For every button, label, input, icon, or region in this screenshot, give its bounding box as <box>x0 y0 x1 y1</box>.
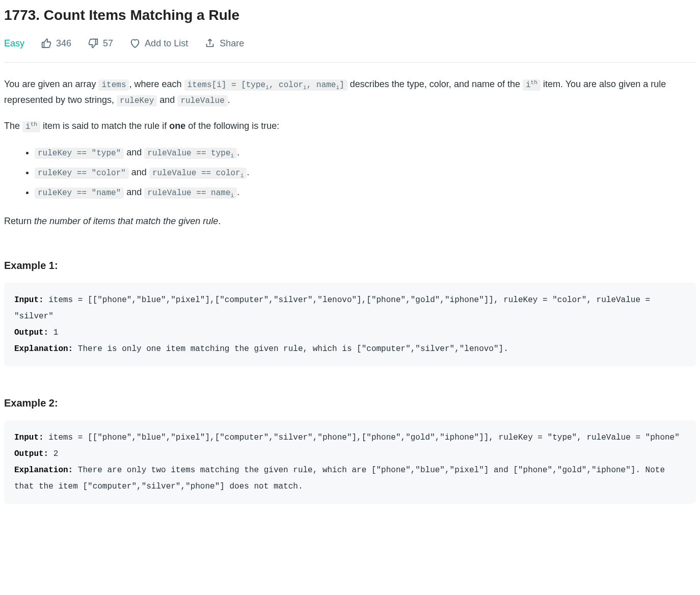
description-paragraph: You are given an array items, where each… <box>4 77 696 108</box>
code-inline: ruleValue == colori <box>149 168 247 179</box>
text: ruleValue == color <box>152 169 240 178</box>
text: i <box>25 122 31 131</box>
code-inline: items <box>98 79 129 91</box>
text: . <box>218 216 221 226</box>
example-input-text: items = [["phone","blue","pixel"],["comp… <box>44 433 680 442</box>
example-output-text: 1 <box>48 328 58 337</box>
example-heading: Example 1: <box>4 257 696 274</box>
superscript: th <box>531 79 537 85</box>
superscript: th <box>31 121 37 127</box>
subscript: i <box>303 85 307 91</box>
text: ruleValue == name <box>147 188 230 198</box>
text: The <box>4 121 22 131</box>
example-input-label: Input: <box>14 295 44 305</box>
share-label: Share <box>220 36 244 51</box>
example-block: Input: items = [["phone","blue","pixel"]… <box>4 420 696 504</box>
example-input-text: items = [["phone","blue","pixel"],["comp… <box>14 295 655 321</box>
dislike-button[interactable]: 57 <box>88 36 113 51</box>
share-button[interactable]: Share <box>204 36 244 51</box>
add-to-list-label: Add to List <box>145 36 188 51</box>
subscript: i <box>240 173 244 179</box>
text: items[i] = [type <box>187 80 266 90</box>
code-inline: ruleValue == typei <box>144 148 237 159</box>
meta-row: Easy 346 57 Add to List Share <box>4 36 696 63</box>
text: Return <box>4 216 34 226</box>
description-paragraph: The ith item is said to match the rule i… <box>4 119 696 134</box>
text: ] <box>339 80 344 90</box>
subscript: i <box>265 85 269 91</box>
text: describes the type, color, and name of t… <box>347 79 523 89</box>
text: ruleValue == type <box>147 149 230 158</box>
text: . <box>237 187 239 197</box>
share-icon <box>204 38 216 49</box>
example-output-label: Output: <box>14 328 48 337</box>
code-inline: ith <box>523 79 541 91</box>
text: and <box>124 187 144 197</box>
text: . <box>247 167 249 177</box>
rule-list: ruleKey == "type" and ruleValue == typei… <box>4 145 696 201</box>
text: , name <box>307 80 336 90</box>
list-item: ruleKey == "type" and ruleValue == typei… <box>35 145 696 161</box>
code-inline: items[i] = [typei, colori, namei] <box>184 79 347 91</box>
description-paragraph: Return the number of items that match th… <box>4 214 696 229</box>
thumbs-up-icon <box>41 38 52 49</box>
example-block: Input: items = [["phone","blue","pixel"]… <box>4 283 696 366</box>
subscript: i <box>231 193 234 199</box>
add-to-list-button[interactable]: Add to List <box>129 36 188 51</box>
example-explanation-label: Explanation: <box>14 344 73 354</box>
like-button[interactable]: 346 <box>41 36 71 51</box>
dislike-count: 57 <box>103 36 113 51</box>
italic-text: the number of items that match the given… <box>34 216 218 226</box>
text: , where each <box>129 79 184 89</box>
text: item is said to match the rule if <box>40 121 169 131</box>
code-inline: ruleKey <box>117 95 157 106</box>
code-inline: ruleValue == namei <box>144 187 237 199</box>
problem-description: You are given an array items, where each… <box>4 77 696 504</box>
code-inline: ruleValue <box>177 95 227 106</box>
code-inline: ruleKey == "type" <box>35 148 124 159</box>
list-item: ruleKey == "color" and ruleValue == colo… <box>35 165 696 181</box>
example-explanation-text: There is only one item matching the give… <box>73 344 508 354</box>
example-explanation-text: There are only two items matching the gi… <box>14 466 670 491</box>
like-count: 346 <box>56 36 71 51</box>
heart-icon <box>129 38 141 49</box>
text: and <box>129 167 149 177</box>
code-inline: ruleKey == "color" <box>35 168 129 179</box>
example-explanation-label: Explanation: <box>14 466 73 475</box>
example-heading: Example 2: <box>4 395 696 411</box>
text: , color <box>269 80 303 90</box>
subscript: i <box>231 153 234 159</box>
example-output-label: Output: <box>14 449 48 458</box>
bold-text: one <box>169 121 185 131</box>
text: . <box>228 95 230 105</box>
code-inline: ruleKey == "name" <box>35 187 124 199</box>
difficulty-badge: Easy <box>4 36 24 51</box>
text: . <box>237 147 239 157</box>
text: of the following is true: <box>185 121 279 131</box>
text: and <box>157 95 177 105</box>
problem-title: 1773. Count Items Matching a Rule <box>4 4 696 27</box>
code-inline: ith <box>22 121 40 132</box>
list-item: ruleKey == "name" and ruleValue == namei… <box>35 185 696 201</box>
thumbs-down-icon <box>88 38 99 49</box>
example-output-text: 2 <box>48 449 58 458</box>
text: You are given an array <box>4 79 98 89</box>
text: i <box>526 80 531 90</box>
example-input-label: Input: <box>14 433 44 442</box>
text: and <box>124 147 144 157</box>
